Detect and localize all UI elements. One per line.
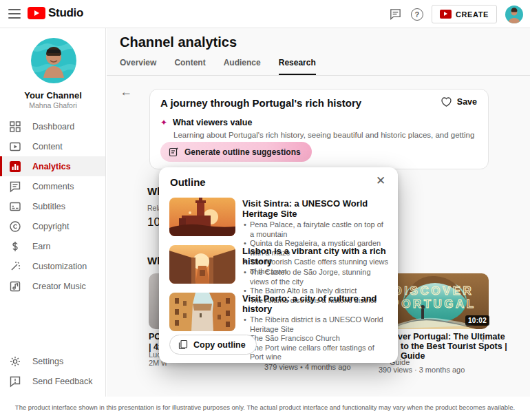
- copy-outline-button[interactable]: Copy outline: [169, 335, 257, 355]
- porto-thumbnail: [169, 293, 235, 331]
- sidebar-item-copyright[interactable]: Copyright: [0, 216, 105, 236]
- help-icon[interactable]: ?: [411, 8, 423, 21]
- sparkle-icon: ✦: [160, 118, 167, 127]
- sidebar-item-customization[interactable]: Customization: [0, 256, 105, 276]
- video-duration-badge: 10:02: [465, 315, 489, 326]
- modal-title: Outline: [170, 176, 206, 188]
- youtube-studio-app: Studio ? CREATE: [0, 0, 530, 420]
- send-feedback-icon: [9, 375, 21, 388]
- studio-logo[interactable]: Studio: [28, 6, 83, 20]
- customization-icon: [9, 260, 21, 273]
- sintra-thumbnail: [169, 198, 235, 236]
- channel-owner-name: Mahna Ghafori: [0, 101, 106, 109]
- outline-sparkle-icon: [169, 147, 179, 157]
- outline-section-title: Visit Porto: a city of culture and histo…: [242, 293, 388, 314]
- right-video-title-line1[interactable]: ver Portugal: The Ultimate: [398, 332, 505, 342]
- channel-avatar[interactable]: [31, 38, 76, 83]
- create-button[interactable]: CREATE: [432, 5, 497, 23]
- save-button[interactable]: Save: [441, 96, 477, 107]
- sidebar-item-subtitles[interactable]: Subtitles: [0, 196, 105, 216]
- sidebar-item-creator-music[interactable]: Creator Music: [0, 276, 105, 296]
- outline-bullets: The Ribeira district is a UNESCO World H…: [242, 315, 388, 362]
- outline-section-title: Lisbon is a vibrant city with a rich his…: [242, 246, 388, 266]
- insight-label: What viewers value: [173, 118, 252, 127]
- footer: The product interface shown in this pres…: [0, 397, 530, 420]
- sidebar-item-settings[interactable]: Settings: [0, 351, 105, 371]
- sidebar-item-comments[interactable]: Comments: [0, 176, 105, 196]
- copyright-icon: [9, 220, 21, 233]
- outline-bullet: The Port wine cellars offer tastings of …: [242, 344, 388, 362]
- disclaimer-text: The product interface shown in this pres…: [0, 403, 530, 411]
- sidebar: Your Channel Mahna Ghafori Dashboard Con…: [0, 28, 106, 397]
- video-options-kebab-icon[interactable]: ⋮: [478, 332, 488, 343]
- main-content: Channel analytics Overview Content Audie…: [107, 28, 530, 397]
- middle-video-views: 379 views • 4 months ago: [264, 363, 351, 371]
- sidebar-footer-nav: Settings Send Feedback: [0, 351, 105, 391]
- outline-bullet: The Castelo de São Jorge, stunning views…: [242, 268, 388, 286]
- channel-name: Your Channel: [0, 90, 106, 101]
- lisbon-thumbnail: [169, 245, 235, 284]
- settings-gear-icon: [9, 355, 21, 368]
- outline-bullet: The São Francisco Church: [242, 334, 388, 344]
- thumbnail-text-line1: DISCOVER: [394, 284, 474, 297]
- top-bar: Studio ? CREATE: [0, 0, 530, 28]
- close-icon[interactable]: ✕: [374, 175, 387, 187]
- account-avatar[interactable]: [505, 6, 523, 23]
- insight-card-title: A journey through Portugal's rich histor…: [160, 97, 361, 109]
- right-video-title-line2[interactable]: to the Best Tourist Spots |: [401, 342, 507, 351]
- dashboard-icon: [9, 120, 21, 133]
- sidebar-item-send-feedback[interactable]: Send Feedback: [0, 371, 105, 391]
- youtube-play-icon: [28, 7, 45, 19]
- right-video-views: 390 views · 3 months ago: [379, 366, 465, 374]
- subtitles-icon: [9, 200, 21, 213]
- sidebar-item-dashboard[interactable]: Dashboard: [0, 116, 105, 136]
- sidebar-item-content[interactable]: Content: [0, 136, 105, 156]
- copy-icon: [178, 339, 188, 350]
- create-video-icon: [440, 10, 452, 19]
- feedback-icon[interactable]: [389, 8, 403, 21]
- outline-bullet: Pena Palace, a fairytale castle on top o…: [242, 220, 388, 239]
- heart-icon: [441, 96, 452, 107]
- outline-section-title: Visit Sintra: a UNESCO World Heritage Si…: [242, 198, 388, 219]
- thumbnail-text-line2: PORTUGAL: [391, 297, 476, 311]
- menu-icon[interactable]: [8, 9, 21, 19]
- sidebar-nav: Dashboard Content Analytics Comments Sub…: [0, 116, 105, 296]
- brand-text: Studio: [48, 6, 83, 20]
- earn-icon: [9, 240, 21, 253]
- left-video-thumbnail[interactable]: [149, 273, 160, 329]
- comments-icon: [9, 180, 21, 193]
- sidebar-item-analytics[interactable]: Analytics: [0, 156, 105, 176]
- sidebar-item-earn[interactable]: Earn: [0, 236, 105, 256]
- outline-bullet: The Ribeira district is a UNESCO World H…: [242, 315, 388, 334]
- analytics-icon: [9, 160, 21, 173]
- content-icon: [9, 140, 21, 153]
- creator-music-icon: [9, 280, 21, 293]
- research-insight-card: A journey through Portugal's rich histor…: [149, 89, 489, 169]
- generate-outline-button[interactable]: Generate outline suggestions: [160, 142, 312, 162]
- outline-modal: Outline ✕: [159, 167, 398, 363]
